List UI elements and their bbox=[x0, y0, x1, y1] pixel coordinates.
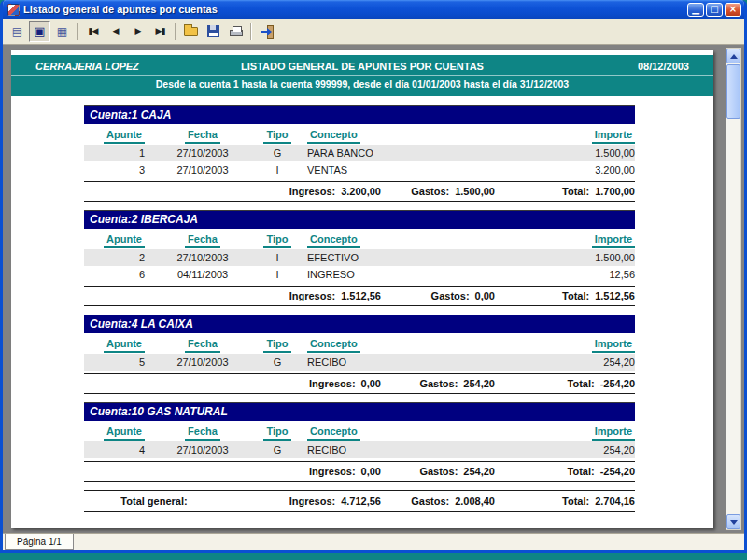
table-header-row: Apunte Fecha Tipo Concepto Importe bbox=[84, 421, 635, 441]
col-apunte: Apunte bbox=[84, 426, 145, 441]
cell-importe: 12,56 bbox=[495, 269, 635, 280]
col-fecha: Fecha bbox=[158, 426, 247, 441]
report-body: Cuenta:1 CAJA Apunte Fecha Tipo Concepto… bbox=[11, 96, 713, 512]
cell-tipo: G bbox=[261, 357, 294, 368]
col-tipo: Tipo bbox=[261, 426, 294, 441]
last-page-button[interactable]: ▶▮ bbox=[149, 21, 171, 42]
next-page-button[interactable]: ▶ bbox=[127, 21, 148, 42]
list-view-button[interactable]: ▤ bbox=[7, 21, 28, 42]
page-indicator: Página 1/1 bbox=[17, 537, 62, 547]
down-arrow-icon bbox=[730, 520, 738, 528]
toolbar-separator bbox=[77, 23, 78, 40]
cell-fecha: 27/10/2003 bbox=[158, 444, 247, 455]
grand-total-ingresos: Ingresos:4.712,56 bbox=[224, 496, 381, 507]
table-row: 4 27/10/2003 G RECIBO 254,20 bbox=[84, 441, 635, 458]
grand-total-gastos: Gastos:2.008,40 bbox=[381, 496, 495, 507]
table-row: 1 27/10/2003 G PARA BANCO 1.500,00 bbox=[84, 145, 635, 161]
summary-total: Total:1.512,56 bbox=[495, 290, 635, 301]
col-importe: Importe bbox=[495, 129, 635, 144]
col-fecha: Fecha bbox=[158, 233, 247, 248]
col-apunte: Apunte bbox=[84, 233, 145, 248]
cell-fecha: 27/10/2003 bbox=[158, 357, 247, 368]
report-header-row: CERRAJERIA LOPEZ LISTADO GENERAL DE APUN… bbox=[11, 55, 713, 75]
account-header: Cuenta:2 IBERCAJA bbox=[84, 210, 635, 229]
maximize-button[interactable]: □ bbox=[706, 3, 723, 17]
account-header: Cuenta:4 LA CAIXA bbox=[84, 315, 635, 333]
summary-ingresos: Ingresos:3.200,00 bbox=[224, 186, 381, 197]
open-button[interactable] bbox=[180, 21, 202, 42]
cell-tipo: G bbox=[261, 444, 294, 455]
cell-fecha: 04/11/2003 bbox=[158, 269, 247, 280]
cell-importe: 1.500,00 bbox=[495, 147, 635, 159]
account-section: Cuenta:4 LA CAIXA Apunte Fecha Tipo Conc… bbox=[84, 315, 635, 394]
table-header-row: Apunte Fecha Tipo Concepto Importe bbox=[84, 333, 635, 354]
cell-importe: 254,20 bbox=[495, 357, 635, 368]
exit-icon bbox=[260, 25, 274, 37]
cell-tipo: G bbox=[261, 147, 294, 159]
statusbar: Página 1/1 bbox=[3, 533, 744, 550]
col-apunte: Apunte bbox=[84, 338, 145, 353]
col-fecha: Fecha bbox=[158, 338, 247, 353]
prev-page-button[interactable]: ◀ bbox=[105, 21, 126, 42]
print-icon bbox=[230, 30, 243, 36]
last-page-icon: ▶▮ bbox=[156, 27, 165, 35]
scrollbar-thumb[interactable] bbox=[726, 64, 740, 119]
account-section: Cuenta:10 GAS NATURAL Apunte Fecha Tipo … bbox=[84, 402, 635, 482]
col-importe: Importe bbox=[495, 426, 635, 441]
col-tipo: Tipo bbox=[261, 338, 294, 353]
cell-concepto: EFECTIVO bbox=[307, 252, 482, 263]
scroll-up-button[interactable] bbox=[726, 49, 740, 63]
account-summary: Ingresos:0,00 Gastos:254,20 Total:-254,2… bbox=[84, 373, 635, 394]
save-icon bbox=[207, 25, 219, 37]
vertical-scrollbar[interactable] bbox=[726, 48, 741, 530]
print-button[interactable] bbox=[225, 21, 247, 42]
prev-page-icon: ◀ bbox=[113, 27, 119, 35]
summary-ingresos: Ingresos:0,00 bbox=[224, 466, 381, 477]
first-page-button[interactable]: ▮◀ bbox=[82, 21, 104, 42]
cell-tipo: I bbox=[261, 269, 294, 280]
page-view-icon: ▣ bbox=[34, 25, 45, 37]
report-subtitle: Desde la cuenta 1 hasta la cuenta 999999… bbox=[11, 75, 713, 96]
app-window: Listado general de apuntes por cuentas ▁… bbox=[0, 0, 747, 553]
grand-total-row: Total general: Ingresos:4.712,56 Gastos:… bbox=[84, 490, 635, 512]
exit-button[interactable] bbox=[256, 21, 277, 42]
account-summary: Ingresos:1.512,56 Gastos:0,00 Total:1.51… bbox=[84, 286, 635, 306]
save-button[interactable] bbox=[203, 21, 224, 42]
company-name: CERRAJERIA LOPEZ bbox=[35, 61, 199, 72]
window-title: Listado general de apuntes por cuentas bbox=[23, 4, 684, 15]
summary-total: Total:-254,20 bbox=[495, 378, 635, 389]
cell-apunte: 3 bbox=[84, 164, 145, 175]
page-tab[interactable]: Página 1/1 bbox=[5, 534, 74, 550]
page-view-button[interactable]: ▣ bbox=[29, 21, 50, 42]
cell-concepto: RECIBO bbox=[307, 444, 482, 455]
summary-gastos: Gastos:254,20 bbox=[381, 466, 495, 477]
cell-importe: 1.500,00 bbox=[495, 252, 635, 263]
cell-apunte: 4 bbox=[84, 444, 145, 455]
close-button[interactable]: × bbox=[725, 3, 741, 17]
cell-apunte: 2 bbox=[84, 252, 145, 263]
account-summary: Ingresos:3.200,00 Gastos:1.500,00 Total:… bbox=[84, 181, 635, 202]
toolbar-separator bbox=[175, 23, 176, 40]
cell-fecha: 27/10/2003 bbox=[158, 147, 247, 159]
cell-fecha: 27/10/2003 bbox=[158, 252, 247, 263]
summary-ingresos: Ingresos:1.512,56 bbox=[224, 290, 381, 301]
cell-apunte: 1 bbox=[84, 147, 145, 159]
minimize-button[interactable]: ▁ bbox=[687, 3, 704, 17]
col-concepto: Concepto bbox=[307, 233, 482, 248]
summary-ingresos: Ingresos:0,00 bbox=[224, 378, 381, 389]
titlebar[interactable]: Listado general de apuntes por cuentas ▁… bbox=[3, 0, 744, 19]
account-summary: Ingresos:0,00 Gastos:254,20 Total:-254,2… bbox=[84, 461, 635, 482]
col-concepto: Concepto bbox=[307, 338, 482, 353]
cell-concepto: RECIBO bbox=[307, 357, 482, 368]
scroll-down-button[interactable] bbox=[726, 514, 740, 529]
col-tipo: Tipo bbox=[261, 129, 294, 144]
multipage-view-button[interactable]: ▦ bbox=[51, 21, 73, 42]
cell-concepto: INGRESO bbox=[307, 269, 482, 280]
cell-fecha: 27/10/2003 bbox=[158, 164, 247, 175]
summary-gastos: Gastos:1.500,00 bbox=[381, 186, 495, 197]
table-header-row: Apunte Fecha Tipo Concepto Importe bbox=[84, 229, 635, 249]
account-section: Cuenta:2 IBERCAJA Apunte Fecha Tipo Conc… bbox=[84, 210, 635, 306]
scrollbar-track[interactable] bbox=[726, 63, 740, 514]
table-row: 3 27/10/2003 I VENTAS 3.200,00 bbox=[84, 161, 635, 178]
toolbar: ▤ ▣ ▦ ▮◀ ◀ ▶ ▶▮ bbox=[3, 19, 744, 45]
